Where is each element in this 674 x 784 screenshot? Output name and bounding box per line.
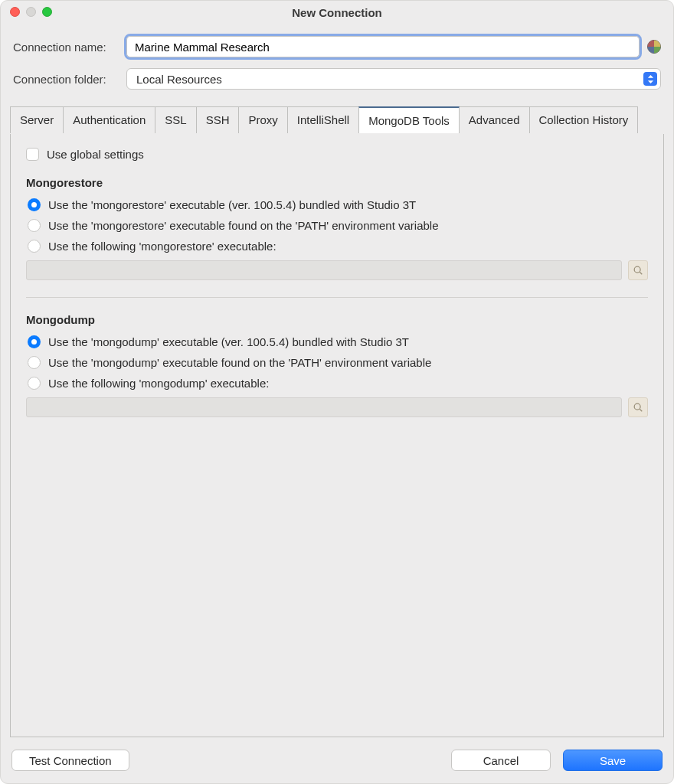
svg-line-4 [640,409,642,411]
minimize-icon [26,7,36,17]
mongodump-browse-button[interactable] [628,397,648,417]
tab-ssl[interactable]: SSL [155,106,196,133]
divider [26,297,648,298]
mongodump-path-input [26,397,622,417]
mongodump-radio-custom[interactable] [28,377,41,390]
tab-advanced[interactable]: Advanced [459,106,530,133]
use-global-label: Use global settings [47,148,144,161]
zoom-icon[interactable] [42,7,52,17]
tab-collection-history[interactable]: Collection History [529,106,639,133]
use-global-checkbox[interactable] [26,148,39,161]
search-icon [633,402,643,413]
titlebar: New Connection [1,1,673,24]
mongorestore-radio-custom[interactable] [28,240,41,253]
svg-line-2 [640,272,642,274]
mongorestore-path-input [26,260,622,280]
mongodump-label-bundled: Use the 'mongodump' executable (ver. 100… [48,335,409,348]
window-title: New Connection [10,6,664,19]
mongodump-radio-path[interactable] [28,356,41,369]
close-icon[interactable] [10,7,20,17]
connection-folder-select[interactable]: Local Resources [126,68,661,90]
mongorestore-heading: Mongorestore [26,176,648,189]
mongorestore-label-bundled: Use the 'mongorestore' executable (ver. … [48,198,416,211]
mongorestore-label-path: Use the 'mongorestore' executable found … [48,219,439,232]
connection-dialog: New Connection Connection name: Conne [0,0,674,784]
tab-server[interactable]: Server [10,106,64,133]
connection-name-label: Connection name: [13,41,119,54]
mongorestore-label-custom: Use the following 'mongorestore' executa… [48,240,276,253]
search-icon [633,265,643,276]
mongorestore-browse-button[interactable] [628,260,648,280]
footer: Test Connection Cancel Save [1,743,673,783]
connection-name-input[interactable] [126,36,640,57]
tab-proxy[interactable]: Proxy [238,106,287,133]
tab-ssh[interactable]: SSH [196,106,240,133]
tab-panel: Use global settings Mongorestore Use the… [10,134,664,737]
tab-bar: Server Authentication SSL SSH Proxy Inte… [1,106,673,134]
tab-mongodb-tools[interactable]: MongoDB Tools [358,106,460,133]
mongodump-label-custom: Use the following 'mongodump' executable… [48,377,269,390]
save-button[interactable]: Save [563,750,663,771]
mongodump-heading: Mongodump [26,313,648,326]
form-area: Connection name: Connection folder: [1,24,673,106]
cancel-button[interactable]: Cancel [451,750,551,771]
tab-authentication[interactable]: Authentication [63,106,155,133]
mongorestore-radio-bundled[interactable] [28,198,41,211]
window-controls [10,7,52,17]
chevron-updown-icon [643,72,657,86]
svg-point-1 [634,266,640,273]
connection-folder-label: Connection folder: [13,73,119,86]
tab-intellishell[interactable]: IntelliShell [287,106,359,133]
color-picker-icon[interactable] [647,40,661,54]
test-connection-button[interactable]: Test Connection [11,750,129,771]
connection-folder-value: Local Resources [136,73,222,86]
mongodump-radio-bundled[interactable] [28,335,41,348]
mongodump-label-path: Use the 'mongodump' executable found on … [48,356,431,369]
mongorestore-radio-path[interactable] [28,219,41,232]
svg-point-3 [634,403,640,410]
